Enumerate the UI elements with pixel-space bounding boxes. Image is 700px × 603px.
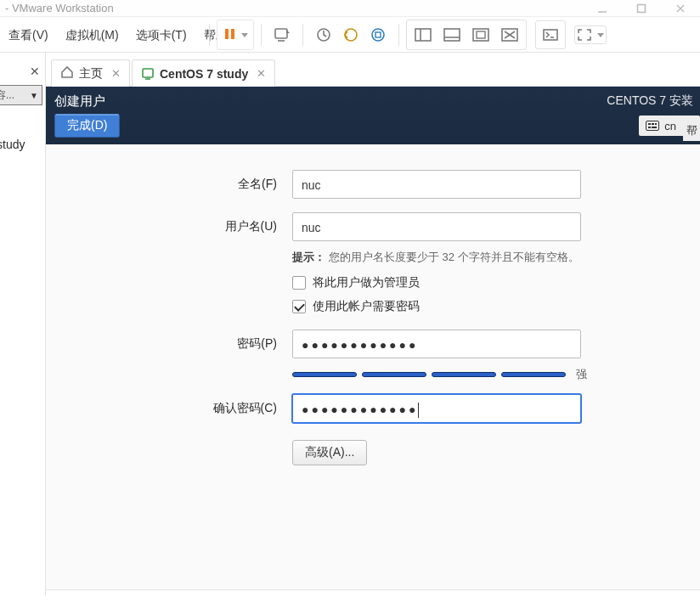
toolbar-separator <box>209 24 210 46</box>
password-strength-meter: 强 <box>292 367 700 382</box>
strength-seg <box>362 372 426 377</box>
close-button[interactable] <box>661 0 700 17</box>
snapshot-manager-button[interactable] <box>364 21 392 48</box>
password-label: 密码(P) <box>46 336 292 352</box>
svg-rect-5 <box>231 29 234 39</box>
tab-strip: 主页 ✕ CentOS 7 study ✕ <box>46 53 700 87</box>
svg-rect-1 <box>638 5 646 13</box>
installer-title: 创建用户 <box>54 93 105 110</box>
library-sidebar: ✕ 容... ▼ study <box>0 53 46 596</box>
hint-text: 您的用户名长度要少于 32 个字符并且不能有空格。 <box>329 250 579 265</box>
strength-label: 强 <box>576 367 587 382</box>
tab-close-icon[interactable]: ✕ <box>111 67 121 80</box>
username-label: 用户名(U) <box>46 219 292 234</box>
toolbar-separator <box>261 24 262 46</box>
tab-label: CentOS 7 study <box>160 67 248 81</box>
text-cursor <box>418 403 419 418</box>
svg-point-10 <box>372 29 384 41</box>
strength-seg <box>432 372 496 377</box>
pause-icon <box>223 27 236 43</box>
view-mode-group <box>406 20 527 50</box>
installer-header: 创建用户 完成(D) CENTOS 7 安装 cn 帮 <box>46 87 700 144</box>
send-ctrl-alt-del-button[interactable] <box>268 21 296 48</box>
fullscreen-split-button[interactable] <box>574 25 607 44</box>
tab-close-icon[interactable]: ✕ <box>257 67 266 80</box>
password-dots: ●●●●●●●●●●●● <box>302 338 418 352</box>
toolbar <box>202 17 607 53</box>
checkbox-checked-icon <box>292 300 306 313</box>
snapshot-revert-button[interactable] <box>337 21 364 48</box>
done-button[interactable]: 完成(D) <box>54 114 120 138</box>
view-stretch-button[interactable] <box>466 22 495 48</box>
strength-seg <box>292 372 357 377</box>
installer-pane: 创建用户 完成(D) CENTOS 7 安装 cn 帮 全名(F) nuc 用户… <box>46 87 700 596</box>
fullname-input[interactable]: nuc <box>292 170 581 199</box>
power-split-button[interactable] <box>217 20 254 50</box>
svg-point-9 <box>345 29 357 41</box>
vm-area: 主页 ✕ CentOS 7 study ✕ 创建用户 完成(D) CENTOS … <box>46 53 700 596</box>
maximize-button[interactable] <box>622 0 661 17</box>
tab-label: 主页 <box>79 66 103 82</box>
vm-bottom-border <box>46 589 700 596</box>
sidebar-close-icon[interactable]: ✕ <box>30 65 40 78</box>
svg-rect-12 <box>415 29 431 41</box>
create-user-form: 全名(F) nuc 用户名(U) nuc 提示： 您的用户名长度要少于 32 个… <box>46 144 700 596</box>
hint-prefix: 提示： <box>292 250 325 265</box>
confirm-password-label: 确认密码(C) <box>46 401 292 416</box>
toolbar-separator <box>398 24 399 46</box>
fullname-label: 全名(F) <box>46 177 292 192</box>
view-bottombar-button[interactable] <box>438 22 466 48</box>
view-sidebar-button[interactable] <box>409 22 438 48</box>
toolbar-separator <box>302 24 303 46</box>
home-icon <box>60 65 74 82</box>
vm-icon <box>141 67 155 81</box>
snapshot-take-button[interactable] <box>310 21 337 48</box>
svg-rect-16 <box>473 29 488 41</box>
library-item-partial[interactable]: study <box>0 138 25 151</box>
tab-home[interactable]: 主页 ✕ <box>51 59 130 87</box>
advanced-button[interactable]: 高级(A)... <box>292 440 367 465</box>
keyboard-icon <box>646 121 659 131</box>
svg-rect-17 <box>477 31 485 38</box>
combo-text: 容... <box>0 88 30 103</box>
username-input[interactable]: nuc <box>292 212 581 241</box>
keyboard-layout-label: cn <box>664 120 676 132</box>
require-password-label: 使用此帐户需要密码 <box>313 299 420 314</box>
help-button-partial[interactable]: 帮 <box>683 121 700 141</box>
chevron-down-icon: ▼ <box>30 91 38 100</box>
tab-vm-centos[interactable]: CentOS 7 study ✕ <box>132 59 275 87</box>
dropdown-caret-icon <box>241 33 248 37</box>
window-controls <box>583 0 700 17</box>
svg-rect-23 <box>143 69 153 77</box>
menu-view[interactable]: 查看(V) <box>0 17 57 53</box>
svg-rect-21 <box>544 30 557 40</box>
console-button[interactable] <box>535 20 566 49</box>
username-value: nuc <box>302 221 321 234</box>
make-admin-checkbox-row[interactable]: 将此用户做为管理员 <box>292 275 700 290</box>
checkbox-unchecked-icon <box>292 276 306 290</box>
product-name: CENTOS 7 安装 <box>607 93 700 109</box>
fullname-value: nuc <box>302 178 321 192</box>
app-bottom-border <box>0 596 700 603</box>
minimize-button[interactable] <box>583 0 622 17</box>
menu-tabs[interactable]: 选项卡(T) <box>127 17 195 53</box>
dropdown-caret-icon <box>597 33 604 37</box>
confirm-password-dots: ●●●●●●●●●●●● <box>302 403 418 416</box>
svg-rect-14 <box>444 29 460 41</box>
confirm-password-input[interactable]: ●●●●●●●●●●●● <box>292 394 581 423</box>
username-hint: 提示： 您的用户名长度要少于 32 个字符并且不能有空格。 <box>292 250 700 265</box>
window-title: - VMware Workstation <box>5 2 114 14</box>
require-password-checkbox-row[interactable]: 使用此帐户需要密码 <box>292 299 700 314</box>
make-admin-label: 将此用户做为管理员 <box>313 275 420 290</box>
strength-seg <box>501 372 566 377</box>
svg-rect-11 <box>375 32 381 37</box>
sidebar-filter-combo[interactable]: 容... ▼ <box>0 85 42 105</box>
svg-rect-4 <box>225 29 229 39</box>
password-input[interactable]: ●●●●●●●●●●●● <box>292 330 581 358</box>
view-unity-button[interactable] <box>495 22 524 48</box>
menu-vm[interactable]: 虚拟机(M) <box>57 17 127 53</box>
svg-rect-6 <box>275 29 287 38</box>
